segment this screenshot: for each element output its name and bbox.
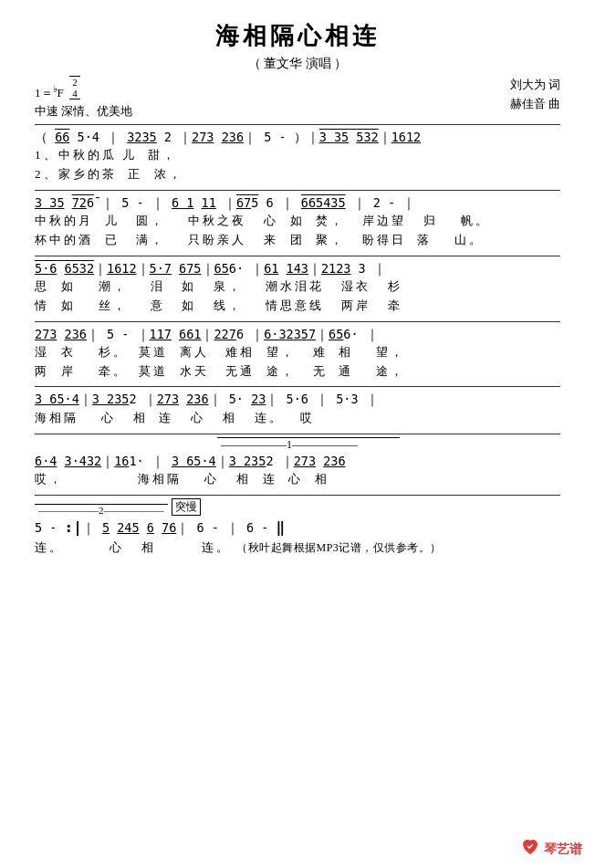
composer-block: 刘大为 词 赫佳音 曲 <box>510 76 560 114</box>
logo-text: 琴艺谱 <box>544 842 582 858</box>
lyric-line-1a: 1、中秋的瓜 儿 甜， <box>35 146 560 165</box>
ritard-label: 突慢 <box>172 498 201 516</box>
song-title: 海相隔心相连 <box>35 20 560 52</box>
section-7: ——————2—————— 突慢 5 - :|｜ 5 245 6 76｜ 6 -… <box>35 498 560 558</box>
lyricist: 刘大为 词 <box>510 76 560 95</box>
tempo-block: 1＝♭F 24 中速 深情、优美地 <box>35 76 132 120</box>
divider-7 <box>35 495 560 496</box>
section-3: 5·6 6532｜1612｜5·7 675｜656· ｜61 143｜2123 … <box>35 259 560 316</box>
composer: 赫佳音 曲 <box>510 95 560 114</box>
music-line-1: （ 66 5·4 ｜ 3235 2 ｜273 236｜ 5 - ）｜3 35 5… <box>35 128 560 146</box>
divider-6 <box>35 434 560 434</box>
lyric-line-3b: 情 如 丝， 意 如 线， 情思意线 两岸 牵 <box>35 297 560 316</box>
lyric-line-7a: 连。 心 相 连。 （秋叶起舞根据MP3记谱，仅供参考。） <box>35 539 560 558</box>
music-line-5: 3 65·4｜3 2352 ｜273 236｜ 5· 23｜ 5·6 ｜ 5·3… <box>35 390 560 408</box>
lyric-line-4a: 湿 衣 杉。 莫道 离人 难相 望， 难 相 望， <box>35 343 560 362</box>
lyric-line-5a: 海相隔 心 相 连 心 相 连。 哎 <box>35 409 560 428</box>
divider-3 <box>35 256 560 256</box>
divider-2 <box>35 190 560 191</box>
tempo-description: 中速 深情、优美地 <box>35 102 132 120</box>
lyric-line-2b: 杯中的酒 已 满， 只盼亲人 来 团 聚， 盼得日 落 山。 <box>35 231 560 250</box>
lyric-line-2a: 中秋的月 儿 圆， 中秋之夜 心 如 焚， 岸边望 归 帆。 <box>35 212 560 231</box>
logo-heart-icon <box>520 838 540 861</box>
section-6: ——————1—————— 6·4 3·432｜161· ｜ 3 65·4｜3 … <box>35 437 560 489</box>
lyric-line-3a: 思 如 潮， 泪 如 泉， 潮水泪花 湿衣 杉 <box>35 277 560 297</box>
section-5: 3 65·4｜3 2352 ｜273 236｜ 5· 23｜ 5·6 ｜ 5·3… <box>35 390 560 427</box>
lyric-line-4b: 两 岸 牵。 莫道 水天 无通 途， 无 通 途， <box>35 362 560 382</box>
music-line-6: 6·4 3·432｜161· ｜ 3 65·4｜3 2352 ｜273 236 <box>35 452 560 470</box>
top-divider <box>35 124 560 125</box>
song-subtitle: （ 董文华 演唱 ） <box>35 56 560 72</box>
music-line-3: 5·6 6532｜1612｜5·7 675｜656· ｜61 143｜2123 … <box>35 259 560 277</box>
music-line-7: 5 - :|｜ 5 245 6 76｜ 6 - ｜ 6 - ‖ <box>35 517 560 539</box>
music-line-2: 3 35 726̄ ｜ 5 - ｜ 6 1 11 ｜675 6 ｜ 665435… <box>35 193 560 212</box>
logo-area: 琴艺谱 <box>520 838 582 861</box>
section-4: 273 236｜ 5 - ｜117 661｜2276 ｜6·32357｜656·… <box>35 325 560 382</box>
section-1: （ 66 5·4 ｜ 3235 2 ｜273 236｜ 5 - ）｜3 35 5… <box>35 128 560 184</box>
section-2: 3 35 726̄ ｜ 5 - ｜ 6 1 11 ｜675 6 ｜ 665435… <box>35 193 560 250</box>
divider-5 <box>35 386 560 387</box>
divider-4 <box>35 321 560 322</box>
lyric-line-1b: 2、家乡的茶 正 浓， <box>35 165 560 184</box>
key-signature: 1＝♭F 24 <box>35 76 132 102</box>
bracket-row: ——————1—————— <box>35 437 560 452</box>
lyric-line-6a: 哎， 海相隔 心 相 连 心 相 <box>35 470 560 489</box>
ritard-label-row: ——————2—————— 突慢 <box>35 498 560 516</box>
music-line-4: 273 236｜ 5 - ｜117 661｜2276 ｜6·32357｜656·… <box>35 325 560 343</box>
